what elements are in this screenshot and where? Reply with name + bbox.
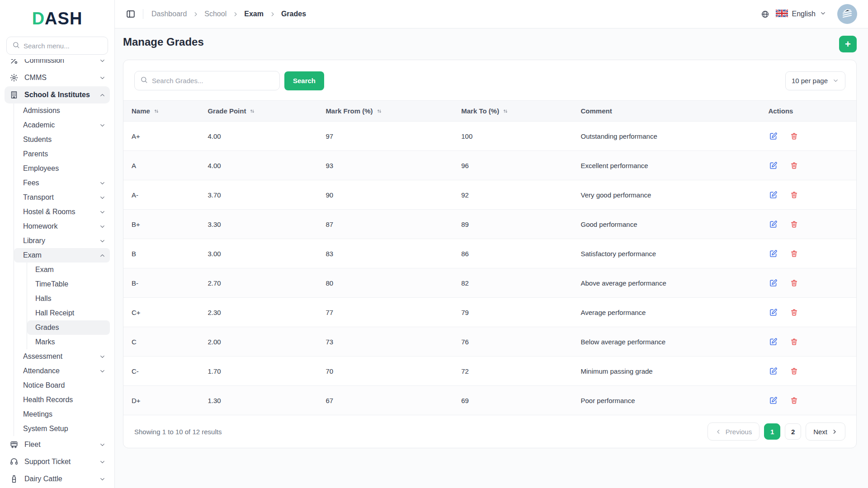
cell-mark_to: 72 (461, 357, 580, 386)
sidebar-item-employees[interactable]: Employees (14, 161, 110, 176)
cell-name: A- (123, 180, 208, 210)
edit-button[interactable] (768, 278, 778, 288)
cell-comment: Poor performance (580, 386, 768, 415)
sidebar-item-students[interactable]: Students (14, 132, 110, 147)
delete-button[interactable] (789, 131, 799, 141)
cell-grade_point: 3.30 (208, 210, 326, 239)
add-grade-button[interactable]: + (839, 36, 857, 52)
sidebar-item-school-institutes[interactable]: School & Institutes (5, 86, 110, 103)
sidebar-item-meetings[interactable]: Meetings (14, 407, 110, 422)
table-row: C+2.307779Average performance (123, 298, 856, 327)
edit-button[interactable] (768, 190, 778, 200)
edit-button[interactable] (768, 366, 778, 376)
breadcrumb-school[interactable]: School (204, 10, 226, 18)
cell-grade_point: 3.70 (208, 180, 326, 210)
cell-mark_from: 73 (326, 327, 461, 357)
cell-mark_from: 93 (326, 151, 461, 180)
sort-icon[interactable] (376, 108, 382, 114)
previous-page-button[interactable]: Previous (708, 422, 760, 441)
language-label: English (792, 10, 816, 18)
edit-button[interactable] (768, 160, 778, 170)
edit-button[interactable] (768, 249, 778, 258)
sidebar-item-label: CMMS (24, 74, 94, 82)
column-header-mark-from[interactable]: Mark From (%) (326, 101, 461, 122)
sidebar-item-notice-board[interactable]: Notice Board (14, 378, 110, 393)
delete-button[interactable] (789, 249, 799, 258)
sidebar-item-label: Fees (23, 179, 94, 187)
breadcrumb: DashboardSchoolExamGrades (151, 10, 306, 18)
breadcrumb-grades[interactable]: Grades (281, 10, 306, 18)
cell-mark_from: 97 (326, 122, 461, 151)
sidebar-item-hall-receipt[interactable]: Hall Receipt (27, 306, 110, 320)
sidebar-item-commission[interactable]: Commission (5, 59, 110, 69)
sidebar-item-hostel-rooms[interactable]: Hostel & Rooms (14, 205, 110, 219)
edit-button[interactable] (768, 131, 778, 141)
edit-button[interactable] (768, 219, 778, 229)
column-label: Grade Point (208, 107, 246, 115)
edit-button[interactable] (768, 337, 778, 347)
sidebar-item-attendance[interactable]: Attendance (14, 364, 110, 378)
sidebar-item-assessment[interactable]: Assessment (14, 349, 110, 364)
sidebar-item-label: Dairy Cattle (24, 475, 94, 483)
next-page-button[interactable]: Next (806, 422, 845, 441)
sidebar-item-homework[interactable]: Homework (14, 219, 110, 234)
delete-button[interactable] (789, 190, 799, 200)
sidebar-item-cmms[interactable]: CMMS (5, 69, 110, 86)
sidebar: DASH CommissionCMMSSchool & InstitutesAd… (0, 0, 115, 488)
breadcrumb-dashboard[interactable]: Dashboard (151, 10, 187, 18)
breadcrumb-exam[interactable]: Exam (244, 10, 264, 18)
cell-name: A (123, 151, 208, 180)
sort-icon[interactable] (153, 108, 160, 114)
sidebar-item-transport[interactable]: Transport (14, 190, 110, 205)
sidebar-item-system-setup[interactable]: System Setup (14, 422, 110, 436)
cell-grade_point: 2.70 (208, 268, 326, 298)
chevron-down-icon (99, 122, 106, 129)
sidebar-item-parents[interactable]: Parents (14, 147, 110, 161)
delete-button[interactable] (789, 307, 799, 317)
topbar-divider (143, 9, 143, 19)
delete-button[interactable] (789, 337, 799, 347)
sort-icon[interactable] (249, 108, 255, 114)
sidebar-item-exam[interactable]: Exam (14, 248, 110, 263)
sidebar-item-admissions[interactable]: Admissions (14, 103, 110, 118)
edit-button[interactable] (768, 307, 778, 317)
sidebar-item-dairy-cattle[interactable]: Dairy Cattle (5, 470, 110, 488)
page-title: Manage Grades (123, 36, 204, 48)
sidebar-item-library[interactable]: Library (14, 234, 110, 248)
search-button[interactable]: Search (284, 71, 324, 90)
grades-search-input[interactable] (152, 77, 274, 84)
menu-search-input[interactable] (24, 42, 102, 50)
page-button-1[interactable]: 1 (764, 423, 780, 440)
sidebar-item-marks[interactable]: Marks (27, 335, 110, 349)
sidebar-item-grades[interactable]: Grades (27, 320, 110, 335)
sidebar-item-label: Assessment (23, 352, 94, 361)
language-selector[interactable]: English (776, 9, 826, 19)
sidebar-item-academic[interactable]: Academic (14, 118, 110, 132)
column-header-name[interactable]: Name (123, 101, 208, 122)
user-avatar[interactable] (837, 4, 857, 24)
globe-icon[interactable] (761, 10, 769, 19)
sidebar-item-halls[interactable]: Halls (27, 291, 110, 306)
sidebar-item-support-ticket[interactable]: Support Ticket (5, 453, 110, 470)
column-header-mark-to[interactable]: Mark To (%) (461, 101, 580, 122)
sidebar-item-timetable[interactable]: TimeTable (27, 277, 110, 291)
delete-button[interactable] (789, 219, 799, 229)
column-header-comment: Comment (580, 101, 768, 122)
column-header-grade-point[interactable]: Grade Point (208, 101, 326, 122)
sidebar-item-health-records[interactable]: Health Records (14, 393, 110, 407)
per-page-select[interactable]: 10 per page (785, 71, 845, 90)
delete-button[interactable] (789, 278, 799, 288)
cell-actions (768, 386, 856, 415)
sidebar-item-fees[interactable]: Fees (14, 176, 110, 190)
sort-icon[interactable] (502, 108, 509, 114)
delete-button[interactable] (789, 160, 799, 170)
delete-button[interactable] (789, 395, 799, 405)
sidebar-toggle-icon[interactable] (125, 8, 137, 20)
cell-actions (768, 151, 856, 180)
page-button-2[interactable]: 2 (785, 423, 801, 440)
sidebar-item-fleet[interactable]: Fleet (5, 436, 110, 453)
delete-button[interactable] (789, 366, 799, 376)
logo-ash: ASH (45, 9, 82, 28)
edit-button[interactable] (768, 395, 778, 405)
sidebar-item-exam[interactable]: Exam (27, 263, 110, 277)
